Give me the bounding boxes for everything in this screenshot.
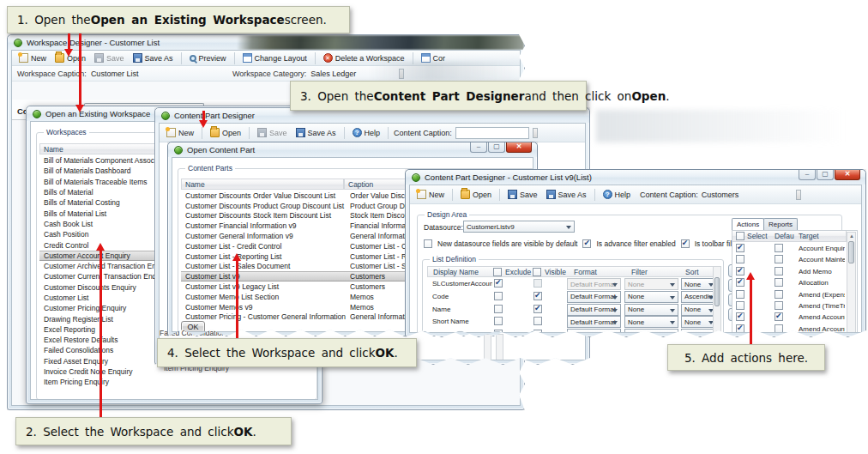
- default-checkbox[interactable]: [775, 312, 783, 321]
- open-button[interactable]: Open: [458, 189, 494, 200]
- default-checkbox[interactable]: [775, 278, 783, 287]
- exclude-checkbox[interactable]: [494, 292, 503, 300]
- vertical-scrollbar[interactable]: [484, 334, 491, 360]
- toolbar-grip-icon[interactable]: [796, 190, 801, 200]
- save-button[interactable]: Save: [255, 127, 290, 138]
- default-checkbox[interactable]: [775, 255, 783, 263]
- change-layout-button[interactable]: Change Layout: [240, 52, 310, 64]
- new-button[interactable]: New: [414, 189, 447, 200]
- visible-checkbox[interactable]: [533, 317, 542, 325]
- name-column-header[interactable]: Name: [181, 179, 344, 190]
- filter-dropdown[interactable]: None: [624, 304, 678, 316]
- maximize-button[interactable]: ▢: [488, 142, 505, 153]
- list-definition-header[interactable]: Display Name Exclude Visible Format Filt…: [427, 266, 714, 277]
- list-definition-row[interactable]: NameDefault FormatNoneNone: [427, 304, 712, 316]
- action-row[interactable]: Account Enquiry: [732, 243, 847, 254]
- sort-dropdown[interactable]: None: [681, 329, 717, 333]
- workspace-designer-titlebar[interactable]: Workspace Designer - Customer List: [8, 35, 524, 50]
- tab-actions[interactable]: Actions: [732, 218, 764, 231]
- minimize-button[interactable]: –: [799, 170, 816, 180]
- list-definition-row[interactable]: SLCustomerAccountIDDefault FormatNoneNon…: [427, 278, 712, 290]
- sort-dropdown[interactable]: None: [681, 316, 717, 328]
- configure-button[interactable]: Cor: [419, 52, 449, 64]
- default-checkbox[interactable]: [775, 290, 783, 299]
- sort-dropdown[interactable]: None: [681, 278, 717, 290]
- content-caption-input[interactable]: [455, 127, 529, 139]
- maximize-button[interactable]: ▢: [817, 170, 834, 180]
- toolbar-grip-icon[interactable]: [399, 69, 404, 79]
- default-checkbox[interactable]: [775, 324, 783, 333]
- scrollbar-thumb[interactable]: [848, 241, 854, 263]
- new-fields-visible-checkbox[interactable]: [424, 239, 432, 248]
- save-button[interactable]: Save: [505, 189, 540, 200]
- field-display-name: Name: [432, 306, 492, 313]
- select-checkbox[interactable]: [736, 267, 744, 275]
- vertical-scrollbar[interactable]: ▲: [847, 232, 856, 333]
- save-as-button[interactable]: Save As: [293, 127, 339, 138]
- select-checkbox[interactable]: [736, 312, 744, 321]
- format-dropdown[interactable]: Default Format: [567, 316, 621, 328]
- workspace-list-item[interactable]: Item Pricing Enquiry: [39, 377, 314, 387]
- exclude-checkbox[interactable]: [494, 317, 503, 325]
- preview-button[interactable]: Preview: [187, 53, 229, 64]
- advance-filter-checkbox[interactable]: [582, 239, 591, 248]
- filter-dropdown[interactable]: None: [624, 278, 678, 290]
- visible-checkbox[interactable]: [533, 305, 542, 313]
- help-button[interactable]: ?Help: [600, 189, 634, 200]
- select-checkbox[interactable]: [736, 301, 744, 310]
- help-button[interactable]: ?Help: [350, 127, 383, 138]
- filter-dropdown[interactable]: None: [624, 291, 678, 303]
- workspace-caption-value[interactable]: Customer List: [91, 70, 194, 78]
- action-row[interactable]: Account Maintenan: [732, 254, 847, 265]
- vertical-scrollbar[interactable]: [496, 334, 503, 360]
- datasource-dropdown[interactable]: CustomerListv9: [463, 221, 575, 233]
- delete-workspace-button[interactable]: ✕Delete a Workspace: [321, 52, 407, 64]
- vertical-scrollbar[interactable]: [713, 266, 721, 333]
- minimize-button[interactable]: –: [470, 142, 487, 153]
- list-definition-row[interactable]: Short NameDefault FormatNoneNone: [427, 316, 712, 328]
- exclude-checkbox[interactable]: [494, 305, 503, 313]
- filter-dropdown[interactable]: None: [624, 316, 678, 328]
- select-checkbox[interactable]: [736, 255, 744, 263]
- actions-table-header[interactable]: Select Defau Target: [732, 231, 847, 242]
- format-dropdown[interactable]: Default Format: [567, 304, 621, 316]
- close-button[interactable]: ✕: [506, 142, 532, 153]
- content-caption-value[interactable]: Customers: [702, 191, 779, 199]
- open-content-part-titlebar[interactable]: Open Content Part – ▢ ✕: [168, 142, 537, 157]
- select-all-checkbox[interactable]: [736, 232, 744, 240]
- list-definition-row[interactable]: CodeDefault FormatNoneAscending: [427, 291, 712, 303]
- select-checkbox[interactable]: [736, 290, 744, 299]
- select-checkbox[interactable]: [736, 324, 744, 333]
- default-checkbox[interactable]: [775, 267, 783, 275]
- default-checkbox[interactable]: [775, 301, 783, 310]
- ok-button[interactable]: OK: [181, 321, 205, 332]
- tab-reports[interactable]: Reports: [763, 218, 798, 231]
- scroll-up-icon[interactable]: ▲: [849, 233, 854, 239]
- close-button[interactable]: ✕: [835, 170, 860, 180]
- visible-all-checkbox[interactable]: [533, 268, 541, 276]
- sort-dropdown[interactable]: None: [681, 304, 717, 316]
- exclude-checkbox[interactable]: [494, 279, 503, 288]
- visible-checkbox[interactable]: [533, 279, 542, 288]
- open-button[interactable]: Open: [208, 127, 244, 138]
- save-as-button[interactable]: Save As: [130, 52, 176, 64]
- callout-step5: 5. Add actions here.: [667, 344, 825, 371]
- cpd-v9-titlebar[interactable]: Content Part Designer - Customer List v9…: [406, 170, 865, 185]
- new-button[interactable]: New: [164, 127, 196, 138]
- format-dropdown[interactable]: Default Format: [567, 278, 621, 290]
- filter-dropdown[interactable]: None: [624, 329, 678, 333]
- workspace-category-value[interactable]: Sales Ledger: [310, 70, 379, 78]
- save-button[interactable]: Save: [92, 52, 127, 64]
- visible-checkbox[interactable]: [533, 292, 542, 300]
- format-dropdown[interactable]: Default Format: [567, 291, 621, 303]
- default-checkbox[interactable]: [775, 244, 783, 252]
- select-checkbox[interactable]: [736, 244, 744, 252]
- toolbar-filter-checkbox[interactable]: [681, 239, 690, 248]
- new-button[interactable]: New: [16, 52, 49, 64]
- save-as-button[interactable]: Save As: [544, 189, 589, 200]
- sort-dropdown[interactable]: Ascending: [681, 291, 717, 303]
- select-checkbox[interactable]: [736, 278, 744, 287]
- exclude-all-checkbox[interactable]: [493, 268, 502, 276]
- toolbar-grip-icon[interactable]: [533, 128, 538, 138]
- scrollbar-thumb[interactable]: [714, 277, 720, 306]
